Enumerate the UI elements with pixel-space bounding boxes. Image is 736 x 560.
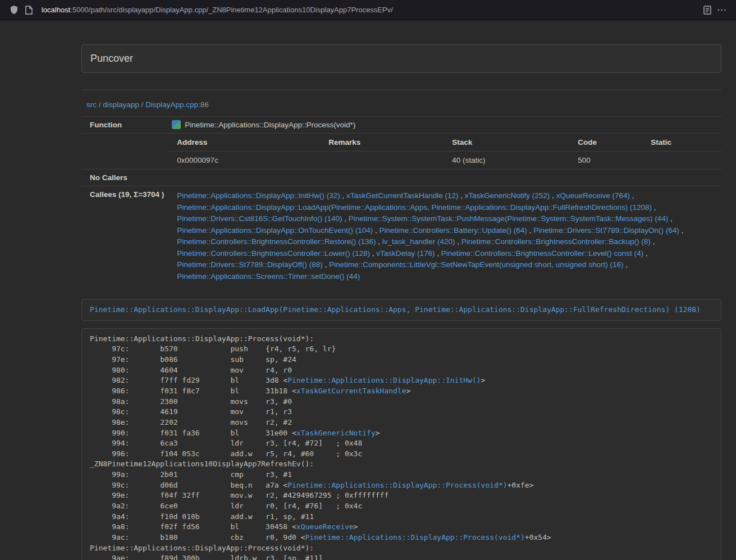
callee-link[interactable]: Pinetime::System::SystemTask::PushMessag… — [349, 214, 668, 223]
col-header-static: Static — [642, 134, 721, 152]
page-info-icon[interactable] — [21, 3, 36, 17]
col-header-stack: Stack — [444, 134, 569, 152]
code-symbol-link[interactable]: Pinetime::Applications::DisplayApp::Proc… — [287, 481, 507, 489]
function-label: Function — [81, 117, 168, 134]
tracking-protection-shield-icon[interactable] — [7, 3, 21, 17]
breadcrumb-dir-link[interactable]: displayapp — [103, 100, 139, 109]
callee-link[interactable]: Pinetime::Applications::DisplayApp::Load… — [177, 203, 652, 212]
code-size-value: 500 — [569, 152, 642, 169]
remarks-value — [320, 152, 444, 169]
static-value — [642, 152, 721, 169]
breadcrumb-separator: / — [99, 100, 101, 109]
breadcrumb: src / displayapp / DisplayApp.cpp:86 — [81, 100, 721, 116]
disassembly-code: Pinetime::Applications::DisplayApp::Proc… — [81, 328, 721, 560]
callee-link[interactable]: Pinetime::Drivers::St7789::DisplayOn() (… — [533, 226, 679, 235]
browser-toolbar: localhost:5000/path/src/displayapp/Displ… — [0, 0, 736, 20]
col-header-code: Code — [569, 134, 642, 152]
function-type-icon — [172, 120, 181, 129]
callee-link[interactable]: xTaskGenericNotify (252) — [465, 191, 550, 200]
app-header: Puncover — [82, 45, 721, 72]
callees-list: Pinetime::Applications::DisplayApp::Init… — [168, 186, 721, 287]
app-header-panel: Puncover — [81, 44, 721, 73]
callee-link[interactable]: Pinetime::Applications::Screens::Timer::… — [177, 272, 360, 281]
code-symbol-link[interactable]: xQueueReceive — [296, 522, 354, 531]
url-path: :5000/path/src/displayapp/DisplayApp.cpp… — [70, 6, 393, 14]
callee-link[interactable]: xTaskGetCurrentTaskHandle (12) — [346, 191, 459, 200]
code-symbol-link[interactable]: Pinetime::Applications::DisplayApp::Init… — [287, 376, 481, 384]
function-row: Function Pinetime::Applications::Display… — [81, 117, 721, 134]
callee-link[interactable]: lv_task_handler (420) — [382, 237, 455, 246]
callee-link[interactable]: Pinetime::Applications::DisplayApp::OnTo… — [177, 226, 373, 235]
callee-link[interactable]: Pinetime::Controllers::Battery::Update()… — [380, 226, 527, 235]
stats-table: Address Remarks Stack Code Static 0x0000… — [168, 134, 721, 169]
function-name: Pinetime::Applications::DisplayApp::Proc… — [185, 121, 355, 129]
stats-row-label — [81, 134, 168, 169]
page-actions-menu-button[interactable]: ⋯ — [715, 3, 729, 17]
callee-link[interactable]: Pinetime::Controllers::BrightnessControl… — [441, 249, 643, 258]
callees-label: Callees (19, Σ=3704 ) — [81, 186, 168, 287]
callee-link[interactable]: xQueueReceive (764) — [556, 191, 630, 200]
callee-link[interactable]: Pinetime::Controllers::BrightnessControl… — [461, 237, 651, 246]
code-symbol-link[interactable]: xTaskGetCurrentTaskHandle — [296, 387, 406, 395]
stats-subtable-cell: Address Remarks Stack Code Static 0x0000… — [168, 134, 721, 169]
col-header-remarks: Remarks — [320, 134, 444, 152]
stats-value-row: 0x0000097c 40 (static) 500 — [168, 152, 721, 169]
code-symbol-link[interactable]: Pinetime::Applications::DisplayApp::Proc… — [305, 533, 525, 541]
url-bar[interactable]: localhost:5000/path/src/displayapp/Displ… — [42, 6, 694, 14]
callee-link[interactable]: Pinetime::Controllers::BrightnessControl… — [177, 249, 370, 258]
breadcrumb-separator: / — [141, 100, 144, 109]
breadcrumb-file-link[interactable]: DisplayApp.cpp — [145, 100, 198, 109]
code-symbol-link[interactable]: xTaskGenericNotify — [296, 429, 376, 437]
breadcrumb-src-link[interactable]: src — [86, 100, 97, 109]
stats-header-row: Address Remarks Stack Code Static — [168, 134, 721, 152]
highlighted-callee-box: Pinetime::Applications::DisplayApp::Load… — [81, 299, 721, 321]
divider — [81, 90, 721, 90]
callee-link[interactable]: Pinetime::Components::LittleVgl::SetNewT… — [329, 260, 624, 269]
function-symbol-cell: Pinetime::Applications::DisplayApp::Proc… — [168, 117, 721, 134]
callee-link[interactable]: Pinetime::Drivers::Cst816S::GetTouchInfo… — [177, 214, 342, 223]
function-table: Function Pinetime::Applications::Display… — [81, 116, 721, 286]
reader-mode-icon[interactable] — [700, 3, 715, 17]
callee-link[interactable]: Pinetime::Drivers::St7789::DisplayOff() … — [177, 260, 322, 269]
callee-link[interactable]: vTaskDelay (176) — [376, 249, 435, 258]
callee-link[interactable]: Pinetime::Controllers::BrightnessControl… — [177, 237, 376, 246]
content-container: Puncover src / displayapp / DisplayApp.c… — [81, 44, 721, 560]
loadapp-link[interactable]: Pinetime::Applications::DisplayApp::Load… — [90, 305, 701, 314]
stack-value: 40 (static) — [444, 152, 569, 169]
no-callers-cell — [168, 169, 721, 186]
no-callers-row: No Callers — [81, 169, 721, 186]
callee-link[interactable]: Pinetime::Applications::DisplayApp::Init… — [177, 191, 340, 200]
callees-row: Callees (19, Σ=3704 ) Pinetime::Applicat… — [81, 186, 721, 287]
no-callers-label: No Callers — [81, 169, 168, 186]
stats-row: Address Remarks Stack Code Static 0x0000… — [81, 134, 721, 169]
breadcrumb-line-number: :86 — [198, 100, 209, 109]
address-value: 0x0000097c — [168, 152, 320, 169]
page-title: Puncover — [90, 53, 133, 64]
url-domain: localhost — [42, 6, 70, 14]
col-header-address: Address — [168, 134, 320, 152]
